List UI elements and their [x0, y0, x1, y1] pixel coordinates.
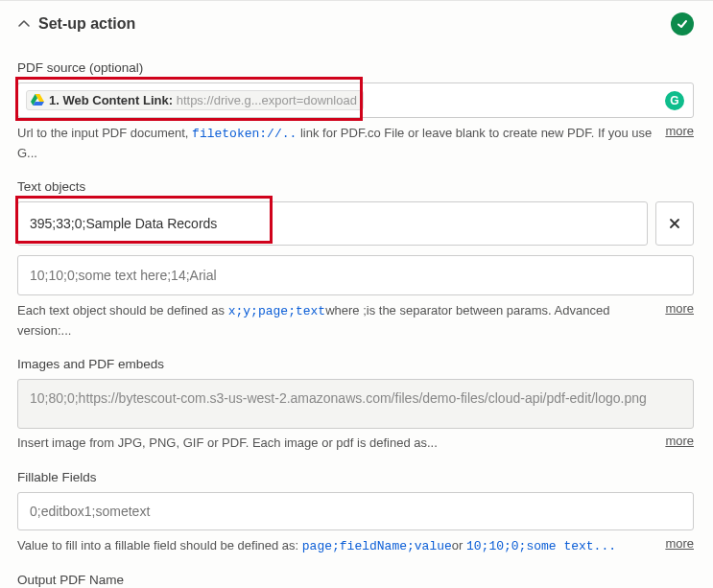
grammarly-icon: G — [665, 91, 684, 110]
header-left: Set-up action — [17, 15, 135, 33]
images-embeds-label: Images and PDF embeds — [17, 357, 694, 371]
check-circle-icon — [671, 12, 694, 35]
images-embeds-helper: Insert image from JPG, PNG, GIF or PDF. … — [17, 434, 665, 453]
text-objects-input[interactable] — [17, 201, 648, 246]
setup-action-panel: Set-up action PDF source (optional) — [0, 0, 713, 588]
source-token[interactable]: 1. Web Content Link: https://drive.g...e… — [26, 90, 364, 110]
text-objects-label: Text objects — [17, 179, 694, 194]
pdf-source-helper: Url to the input PDF document, filetoken… — [17, 124, 665, 162]
text-objects-field: Text objects Each text object should be … — [17, 179, 694, 340]
section-title: Set-up action — [38, 15, 135, 33]
fillable-fields-helper: Value to fill into a fillable field shou… — [17, 536, 665, 556]
more-link[interactable]: more — [665, 536, 694, 551]
section-header[interactable]: Set-up action — [17, 12, 694, 35]
images-embeds-field: Images and PDF embeds Insert image from … — [17, 357, 694, 453]
token-text: 1. Web Content Link: https://drive.g...e… — [49, 93, 357, 107]
images-embeds-input[interactable] — [17, 379, 694, 429]
more-link[interactable]: more — [665, 124, 694, 138]
text-objects-helper: Each text object should be defined as x;… — [17, 301, 665, 340]
text-objects-placeholder-input[interactable] — [17, 255, 694, 295]
output-name-field: Output PDF Name G Output PDF file name — [17, 573, 694, 588]
more-link[interactable]: more — [665, 301, 694, 316]
pdf-source-input[interactable]: 1. Web Content Link: https://drive.g...e… — [17, 82, 694, 118]
pdf-source-field: PDF source (optional) 1. Web Content Lin… — [17, 60, 694, 162]
fillable-fields-label: Fillable Fields — [17, 470, 694, 484]
google-drive-icon — [31, 94, 44, 106]
chevron-up-icon — [17, 17, 31, 31]
remove-button[interactable] — [655, 201, 694, 246]
fillable-fields-field: Fillable Fields Value to fill into a fil… — [17, 470, 694, 556]
fillable-fields-input[interactable] — [17, 492, 694, 530]
pdf-source-label: PDF source (optional) — [17, 60, 694, 75]
output-name-label: Output PDF Name — [17, 573, 694, 587]
more-link[interactable]: more — [665, 434, 694, 448]
